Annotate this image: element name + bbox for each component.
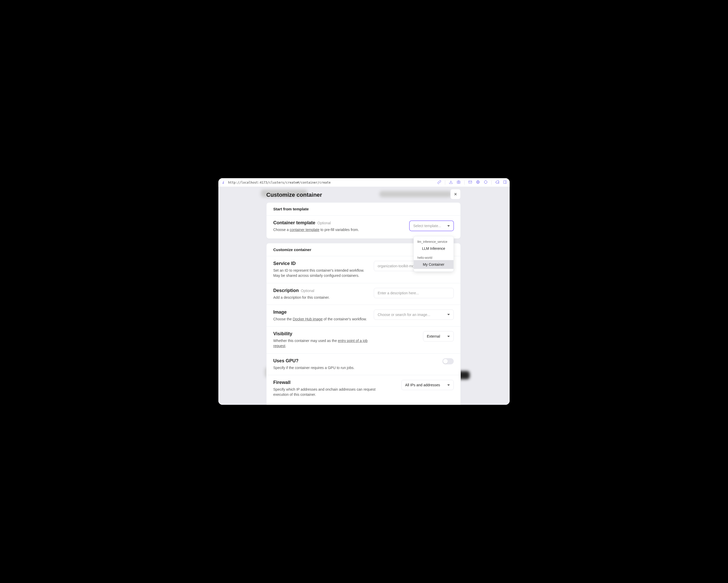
gpu-label: Uses GPU? <box>273 358 298 364</box>
chevron-down-icon <box>447 385 450 386</box>
mail-icon[interactable] <box>468 180 472 185</box>
service-id-help: Set an ID to represent this container's … <box>273 268 369 278</box>
template-select-placeholder: Select template... <box>413 224 441 228</box>
container-template-label: Container template <box>273 220 315 226</box>
template-select[interactable]: Select template... <box>409 221 454 231</box>
image-select-placeholder: Choose or search for an image... <box>378 313 430 317</box>
puzzle-icon[interactable] <box>495 180 499 185</box>
optional-tag: Optional <box>317 221 331 225</box>
firewall-row: Firewall Specify which IP addresses and … <box>266 375 461 402</box>
service-id-label: Service ID <box>273 261 296 266</box>
template-card: Start from template Container template O… <box>266 202 461 239</box>
gpu-toggle[interactable] <box>442 358 454 364</box>
firewall-value: All IPs and addresses <box>405 383 440 387</box>
dropdown-item-my-container[interactable]: My Container <box>414 260 453 269</box>
image-select[interactable]: Choose or search for an image... <box>374 309 454 320</box>
toolbar-divider <box>464 181 465 185</box>
svg-rect-0 <box>457 181 460 183</box>
docker-hub-link[interactable]: Docker Hub image <box>293 317 323 321</box>
page-canvas: Customize container Start from template … <box>218 187 510 405</box>
description-input[interactable] <box>374 288 454 298</box>
url-text: http://localhost:4173/clusters/create#/c… <box>228 181 434 184</box>
container-template-help: Choose a container template to pre-fill … <box>273 227 371 232</box>
crosshair-icon[interactable] <box>484 180 488 185</box>
sidebar-icon[interactable] <box>503 180 507 185</box>
toolbar-divider <box>491 181 492 185</box>
bg-blur <box>380 191 452 197</box>
address-bar: i http://localhost:4173/clusters/create#… <box>218 178 510 187</box>
description-help: Add a description for this container. <box>273 295 369 300</box>
close-icon <box>453 192 458 196</box>
description-label: Description <box>273 288 299 293</box>
firewall-help: Specify which IP addresses and onchain a… <box>273 387 387 397</box>
svg-rect-5 <box>503 181 506 184</box>
download-icon[interactable] <box>449 180 453 185</box>
close-button[interactable] <box>450 189 461 199</box>
dropdown-item-llm-inference[interactable]: LLM Inference <box>414 244 453 253</box>
svg-point-1 <box>458 182 459 183</box>
chevron-down-icon <box>447 336 450 337</box>
container-template-row: Container template Optional Choose a con… <box>266 216 461 239</box>
description-row: Description Optional Add a description f… <box>266 283 461 305</box>
visibility-help: Whether this container may used as the e… <box>273 338 371 349</box>
svg-point-4 <box>485 181 487 184</box>
template-dropdown: llm_inference_service LLM Inference hell… <box>414 236 454 272</box>
modal-title: Customize container <box>266 192 322 198</box>
image-help: Choose the Docker Hub image of the conta… <box>273 316 369 322</box>
visibility-value: External <box>427 334 440 338</box>
camera-icon[interactable] <box>457 180 461 185</box>
toolbar-icons <box>437 180 507 185</box>
visibility-select[interactable]: External <box>423 331 454 341</box>
browser-frame: i http://localhost:4173/clusters/create#… <box>218 178 510 405</box>
gpu-help: Specify if the container requires a GPU … <box>273 365 371 370</box>
template-card-head: Start from template <box>266 203 461 216</box>
visibility-label: Visibility <box>273 331 292 337</box>
dropdown-group-label: llm_inference_service <box>414 239 453 244</box>
image-row: Image Choose the Docker Hub image of the… <box>266 305 461 327</box>
container-template-link[interactable]: container template <box>290 228 319 232</box>
gpu-row: Uses GPU? Specify if the container requi… <box>266 354 461 375</box>
chevron-down-icon <box>447 225 450 227</box>
visibility-row: Visibility Whether this container may us… <box>266 327 461 354</box>
image-label: Image <box>273 309 287 315</box>
optional-tag: Optional <box>301 289 314 293</box>
info-icon[interactable]: i <box>221 181 225 184</box>
link-icon[interactable] <box>437 180 441 185</box>
firewall-label: Firewall <box>273 380 290 385</box>
globe-icon[interactable] <box>476 180 480 185</box>
firewall-select[interactable]: All IPs and addresses <box>401 380 454 390</box>
dropdown-group-label: hello-world <box>414 255 453 260</box>
chevron-down-icon <box>447 314 450 315</box>
svg-rect-2 <box>469 181 472 183</box>
